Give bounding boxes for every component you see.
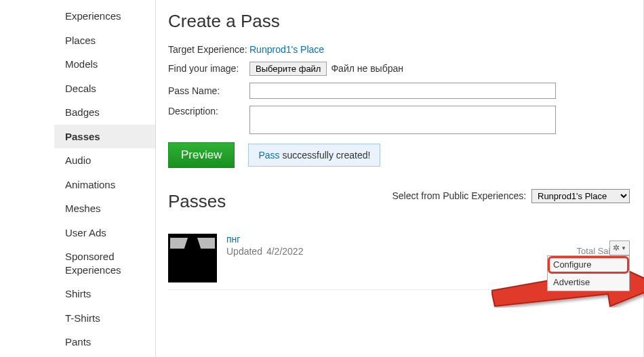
description-label: Description: bbox=[168, 106, 249, 117]
success-text: successfully created! bbox=[280, 150, 371, 161]
pass-thumbnail[interactable] bbox=[168, 234, 217, 282]
success-message: Pass successfully created! bbox=[248, 144, 380, 167]
experience-select[interactable]: Runprod1's Place bbox=[531, 189, 630, 203]
success-pass-link[interactable]: Pass bbox=[258, 150, 279, 161]
sidebar-item-animations[interactable]: Animations bbox=[54, 173, 155, 197]
menu-item-advertise[interactable]: Advertise bbox=[548, 274, 629, 291]
select-experience-label: Select from Public Experiences: bbox=[392, 190, 526, 201]
sidebar: Experiences Places Models Decals Badges … bbox=[54, 0, 156, 357]
menu-item-configure[interactable]: Configure bbox=[548, 256, 629, 274]
choose-file-button[interactable]: Выберите файл bbox=[249, 62, 327, 76]
pass-row: пнг Updated4/2/2022 Total Sales:0 Last 7… bbox=[168, 224, 630, 290]
file-status: Файл не выбран bbox=[331, 63, 403, 74]
sidebar-item-shirts[interactable]: Shirts bbox=[54, 282, 155, 306]
target-experience-label: Target Experience: bbox=[168, 44, 249, 55]
sidebar-item-passes[interactable]: Passes bbox=[54, 125, 155, 149]
thumb-shape-icon bbox=[170, 238, 188, 249]
pass-name-link[interactable]: пнг bbox=[226, 234, 240, 245]
thumb-shape-icon bbox=[197, 238, 215, 249]
pass-options-menu: Configure Advertise bbox=[547, 255, 630, 291]
sidebar-item-meshes[interactable]: Meshes bbox=[54, 196, 155, 221]
page-title: Create a Pass bbox=[168, 11, 630, 32]
sidebar-item-pants[interactable]: Pants bbox=[54, 330, 155, 354]
pass-name-input[interactable] bbox=[249, 83, 556, 99]
main-content: Create a Pass Target Experience: Runprod… bbox=[156, 0, 644, 357]
chevron-down-icon: ▼ bbox=[621, 245, 626, 251]
left-gutter bbox=[0, 0, 54, 357]
passes-section-title: Passes bbox=[168, 191, 226, 212]
sidebar-item-models[interactable]: Models bbox=[54, 52, 155, 77]
sidebar-item-user-ads[interactable]: User Ads bbox=[54, 221, 155, 245]
pass-updated: Updated4/2/2022 bbox=[226, 246, 303, 257]
find-image-label: Find your image: bbox=[168, 63, 249, 74]
sidebar-item-places[interactable]: Places bbox=[54, 28, 155, 53]
preview-button[interactable]: Preview bbox=[168, 142, 235, 168]
sidebar-item-plugins[interactable]: Plugins bbox=[54, 354, 155, 358]
sidebar-item-decals[interactable]: Decals bbox=[54, 77, 155, 101]
pass-name-label: Pass Name: bbox=[168, 85, 249, 96]
pass-gear-button[interactable]: ✲ ▼ bbox=[609, 240, 630, 255]
target-experience-link[interactable]: Runprod1's Place bbox=[249, 44, 324, 55]
description-input[interactable] bbox=[249, 106, 556, 134]
sidebar-item-experiences[interactable]: Experiences bbox=[54, 4, 155, 28]
gear-icon: ✲ bbox=[613, 243, 620, 253]
sidebar-item-sponsored-experiences[interactable]: Sponsored Experiences bbox=[54, 245, 155, 282]
sidebar-item-t-shirts[interactable]: T-Shirts bbox=[54, 306, 155, 331]
sidebar-item-badges[interactable]: Badges bbox=[54, 100, 155, 125]
sidebar-item-audio[interactable]: Audio bbox=[54, 148, 155, 173]
